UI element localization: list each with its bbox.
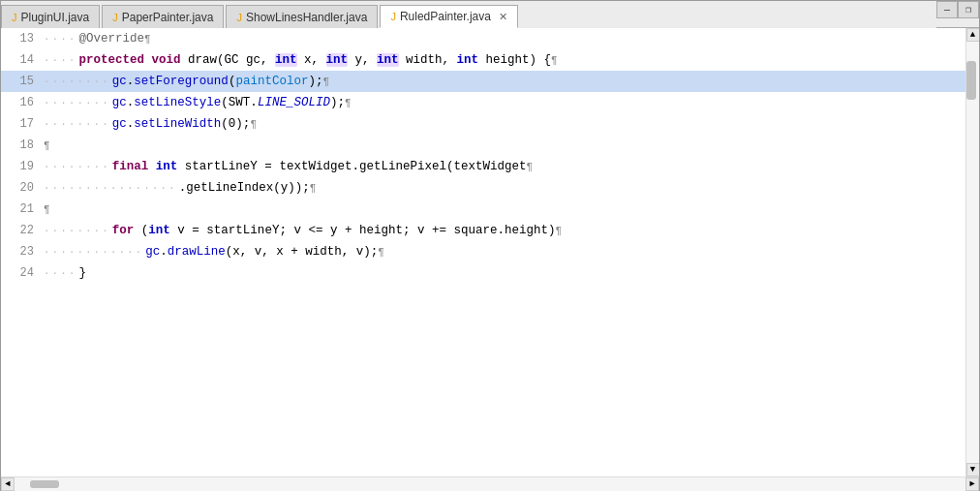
code-content[interactable]: ····@Override¶ ····protected void draw(G… [40,28,965,476]
line-num-27 [1,326,40,348]
code-line-26 [40,305,965,326]
code-line-15: ········gc.setForeground(paintColor);¶ [40,71,965,92]
line-num-31 [1,412,40,433]
indent-dots-22: ········ [44,225,110,236]
line-num-32 [1,433,40,454]
indent-dots-13: ···· [44,33,77,45]
code-line-18: ¶ [40,135,965,156]
scroll-thumb-v[interactable] [966,61,976,100]
editor-window: J PluginUI.java J PaperPainter.java J Sh… [0,0,980,491]
line-num-24: 24 [1,262,40,284]
bottom-bar: ◄ ► [1,476,979,490]
code-line-16: ········gc.setLineStyle(SWT.LINE_SOLID);… [40,92,965,113]
line-num-17: 17 [1,113,40,135]
scroll-right-button[interactable]: ► [965,477,979,491]
code-line-14: ····protected void draw(GC gc, int x, in… [40,49,965,71]
line-num-23: 23 [1,241,40,262]
java-file-icon-3: J [236,12,242,23]
code-line-32 [40,433,965,454]
code-line-29 [40,369,965,390]
line-numbers: 13 14 15 16 17 18 19 20 21 22 23 24 [1,28,40,476]
tab-close-icon[interactable]: ✕ [499,11,507,23]
horizontal-scrollbar[interactable] [15,477,965,491]
scroll-down-button[interactable]: ▼ [966,463,980,476]
code-line-24: ····} [40,262,965,284]
code-line-13: ····@Override¶ [40,28,965,49]
indent-dots-16: ········ [44,97,110,108]
indent-dots-14: ···· [44,54,77,66]
line-num-14: 14 [1,49,40,71]
line-num-30 [1,390,40,412]
code-line-23: ············gc.drawLine(x, v, x + width,… [40,241,965,262]
java-file-icon-4: J [390,11,396,22]
code-line-22: ········for (int v = startLineY; v <= y … [40,220,965,241]
line-num-29 [1,369,40,390]
line-num-25 [1,284,40,305]
code-line-27 [40,326,965,348]
indent-dots-23: ············ [44,246,143,258]
code-line-30 [40,390,965,412]
indent-dots-17: ········ [44,118,110,130]
scroll-left-button[interactable]: ◄ [1,477,15,491]
line-num-28 [1,348,40,369]
indent-dots-20: ················ [44,182,177,194]
minimize-button[interactable]: — [936,1,958,18]
line-num-20: 20 [1,177,40,199]
line-num-26 [1,305,40,326]
line-num-18: 18 [1,135,40,156]
tab-ruledpainter[interactable]: J RuledPainter.java ✕ [380,5,518,28]
code-line-20: ················.getLineIndex(y));¶ [40,177,965,199]
code-line-21: ¶ [40,199,965,220]
vertical-scrollbar[interactable]: ▲ ▼ [965,28,979,476]
line-num-21: 21 [1,199,40,220]
indent-dots-24: ···· [44,267,77,279]
indent-dots-15: ········ [44,76,110,87]
code-line-31 [40,412,965,433]
tab-pluginui[interactable]: J PluginUI.java [1,5,100,28]
line-num-16: 16 [1,92,40,113]
indent-dots-19: ········ [44,161,110,172]
scroll-up-button[interactable]: ▲ [966,28,980,42]
scroll-thumb-h[interactable] [30,480,59,488]
java-file-icon: J [12,12,17,23]
java-file-icon-2: J [112,12,118,23]
code-line-25 [40,284,965,305]
line-num-13: 13 [1,28,40,49]
line-num-15: 15 [1,71,40,92]
tab-showlineshandler[interactable]: J ShowLinesHandler.java [226,5,378,28]
code-lines: ····@Override¶ ····protected void draw(G… [40,28,965,454]
restore-button[interactable]: ❐ [958,1,979,18]
code-line-28 [40,348,965,369]
editor-area: 13 14 15 16 17 18 19 20 21 22 23 24 [1,28,979,476]
line-num-19: 19 [1,156,40,177]
code-line-17: ········gc.setLineWidth(0);¶ [40,113,965,135]
tab-paperpainter[interactable]: J PaperPainter.java [102,5,224,28]
code-line-19: ········final int startLineY = textWidge… [40,156,965,177]
line-num-22: 22 [1,220,40,241]
